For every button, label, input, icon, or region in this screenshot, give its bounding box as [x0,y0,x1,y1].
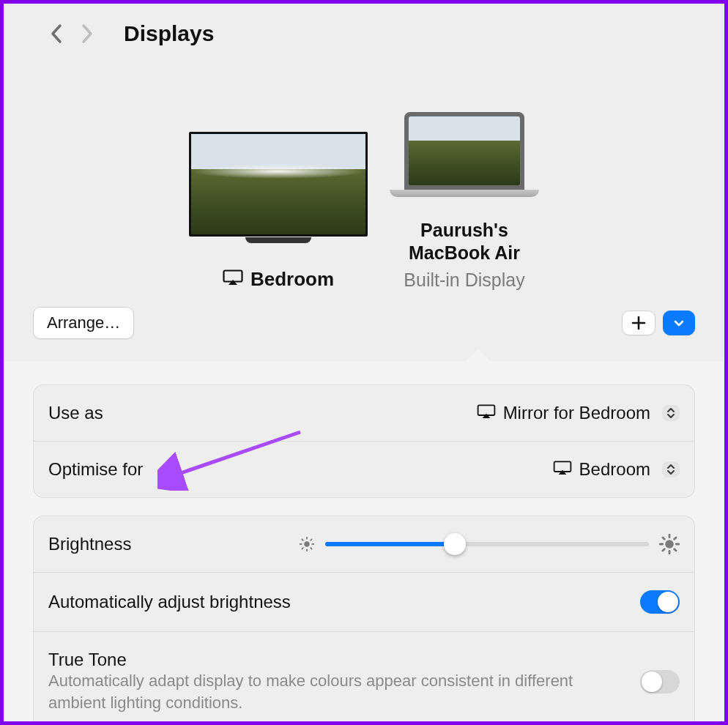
svg-line-18 [675,549,676,551]
svg-line-19 [663,549,664,551]
use-as-select[interactable]: Mirror for Bedroom [477,403,680,423]
svg-line-20 [675,538,676,539]
true-tone-toggle[interactable] [640,670,680,694]
arrange-button[interactable]: Arrange… [33,307,134,339]
display-external-name: Bedroom [250,268,334,291]
back-button[interactable] [48,25,65,42]
updown-stepper-icon [662,461,680,477]
svg-line-10 [302,548,302,549]
display-external[interactable]: Bedroom [189,132,368,291]
display-options-button[interactable] [663,311,695,335]
display-builtin-subtitle: Built-in Display [390,269,539,291]
brightness-high-icon [659,534,680,554]
page-title: Displays [124,21,214,46]
brightness-settings-card: Brightness Automatically adjust brightne… [33,516,695,725]
updown-stepper-icon [662,405,680,421]
selected-display-pointer [467,349,490,361]
optimise-for-select[interactable]: Bedroom [553,459,680,480]
brightness-low-icon [299,536,315,552]
optimise-for-value: Bedroom [579,459,650,480]
svg-line-17 [663,538,664,539]
chevron-down-icon [672,316,686,330]
airplay-icon [553,459,572,480]
svg-point-12 [665,540,674,549]
svg-line-8 [302,539,302,540]
display-builtin-preview [409,116,520,185]
plus-icon [631,316,646,330]
forward-button[interactable] [78,25,96,42]
add-display-button[interactable] [622,311,655,335]
optimise-for-label: Optimise for [48,459,143,480]
use-as-value: Mirror for Bedroom [503,403,650,423]
brightness-slider[interactable] [299,534,680,554]
auto-brightness-label: Automatically adjust brightness [48,592,291,612]
svg-point-3 [304,541,309,546]
display-builtin-name: Paurush's MacBook Air [390,219,539,265]
display-builtin[interactable]: Paurush's MacBook Air Built-in Display [390,112,539,291]
svg-line-11 [311,539,311,540]
true-tone-label: True Tone [48,650,640,670]
auto-brightness-toggle[interactable] [640,590,680,614]
display-external-preview [189,132,368,237]
airplay-icon [477,403,496,423]
true-tone-description: Automatically adapt display to make colo… [48,670,640,713]
airplay-icon [223,268,243,291]
mirror-settings-card: Use as Mirror for Bedroom Optimise for [33,384,695,498]
svg-line-9 [311,548,311,549]
brightness-label: Brightness [48,534,131,554]
use-as-label: Use as [48,403,103,423]
